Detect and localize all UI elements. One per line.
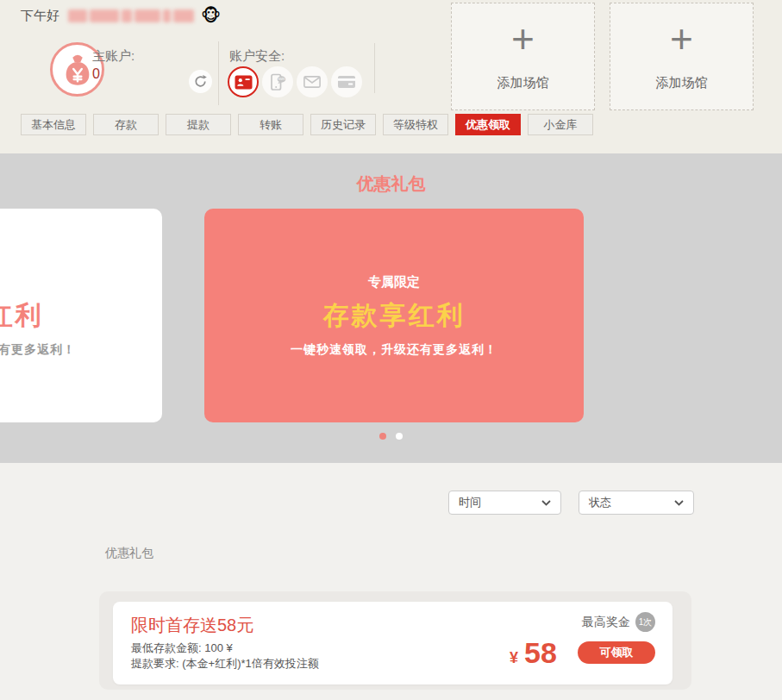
slide-subtitle: 一键秒速领取，升级还有更多返利！ [0,342,76,358]
carousel-prev-slide[interactable]: 专属限定 存款享红利 一键秒速领取，升级还有更多返利！ [0,209,162,422]
status-filter-value: 状态 [589,495,611,510]
carousel-dot-2[interactable] [396,433,403,440]
promo-title: 限时首存送58元 [131,614,253,637]
max-bonus-row: 最高奖金 1次 [582,612,655,632]
add-venue-label: 添加场馆 [497,75,549,91]
id-verify-button[interactable] [228,66,259,97]
plus-icon: + [670,22,693,56]
tab-withdraw[interactable]: 提款 [166,114,231,135]
tab-promo-claim[interactable]: 优惠领取 [455,114,521,135]
chevron-down-icon [674,500,684,506]
id-card-icon [235,75,253,90]
carousel-dot-1[interactable] [379,433,386,440]
plus-icon: + [511,22,535,56]
greeting-row: 下午好 🐵 [21,6,221,25]
promo-withdraw-req: 提款要求: (本金+红利)*1倍有效投注额 [131,656,319,672]
claim-button[interactable]: 可领取 [578,641,655,664]
main-account-label: 主账户: [92,48,135,65]
time-filter-value: 时间 [459,495,481,510]
account-page: 下午好 🐵 主账户: 0 账户安全: [0,0,782,700]
tab-history[interactable]: 历史记录 [310,114,376,135]
slide-subtitle: 一键秒速领取，升级还有更多返利！ [291,342,497,358]
tab-level-privilege[interactable]: 等级特权 [383,114,448,135]
account-security-label: 账户安全: [229,48,285,65]
promo-carousel-section: 优惠礼包 专属限定 存款享红利 一键秒速领取，升级还有更多返利！ 专属限定 存款… [0,153,782,463]
svg-text:SMS: SMS [278,78,285,81]
header-divider [374,43,375,93]
tab-basic-info[interactable]: 基本信息 [21,114,86,135]
header: 下午好 🐵 主账户: 0 账户安全: [0,0,782,153]
time-filter-select[interactable]: 时间 [448,491,561,515]
carousel-title: 优惠礼包 [0,172,782,196]
amount-value: 58 [524,636,557,670]
greeting-text: 下午好 [21,8,59,24]
currency-symbol: ¥ [510,649,518,667]
slide-eyebrow: 专属限定 [368,274,420,291]
header-divider [218,41,219,105]
slide-title: 存款享红利 [0,298,44,334]
add-venue-button[interactable]: + 添加场馆 [451,3,595,110]
promo-panel: 限时首存送58元 最低存款金额: 100 ¥ 提款要求: (本金+红利)*1倍有… [99,591,691,690]
refresh-balance-button[interactable] [189,70,212,93]
tab-vault[interactable]: 小金库 [528,114,593,135]
account-tabs: 基本信息 存款 提款 转账 历史记录 等级特权 优惠领取 小金库 [21,114,593,135]
refresh-icon [193,74,208,89]
slide-title: 存款享红利 [323,298,466,334]
status-filter-select[interactable]: 状态 [579,491,694,515]
add-venue-button[interactable]: + 添加场馆 [610,3,754,110]
max-bonus-label: 最高奖金 [582,615,630,630]
times-badge: 1次 [635,612,655,632]
promo-min-deposit: 最低存款金额: 100 ¥ [131,641,233,656]
carousel-active-slide[interactable]: 专属限定 存款享红利 一键秒速领取，升级还有更多返利！ [204,209,584,422]
promo-card: 限时首存送58元 最低存款金额: 100 ¥ 提款要求: (本金+红利)*1倍有… [113,602,673,684]
chevron-down-icon [541,500,551,506]
tab-deposit[interactable]: 存款 [93,114,159,135]
carousel-dots [0,433,782,440]
email-verify-button[interactable] [297,66,328,97]
mail-icon [303,76,321,88]
bank-card-button[interactable] [331,66,362,97]
phone-verify-button[interactable]: SMS [262,66,293,97]
promo-section-label: 优惠礼包 [105,546,153,561]
masked-username [68,9,194,22]
phone-sms-icon: SMS [270,73,286,91]
main-account-balance: 0 [92,66,100,82]
promo-list-section: 时间 状态 优惠礼包 限时首存送58元 最低存款金额: 100 ¥ 提款要求: … [0,463,782,700]
security-icons-row: SMS [228,66,362,97]
monkey-emoji-icon: 🐵 [201,7,221,24]
add-venue-label: 添加场馆 [656,75,708,91]
bank-card-icon [338,76,355,88]
bonus-amount: ¥ 58 [510,636,557,670]
tab-transfer[interactable]: 转账 [238,114,303,135]
